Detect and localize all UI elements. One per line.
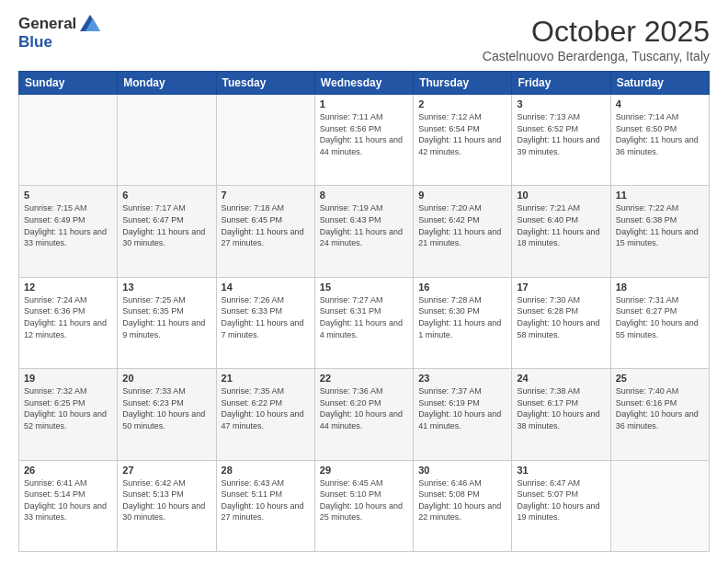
day-info: Sunrise: 6:45 AM Sunset: 5:10 PM Dayligh… <box>320 477 408 523</box>
day-number: 21 <box>222 373 310 384</box>
header: General Blue October 2025 Castelnuovo Be… <box>18 15 710 63</box>
day-number: 27 <box>122 465 210 476</box>
col-wednesday: Wednesday <box>314 72 413 95</box>
day-number: 17 <box>517 282 605 293</box>
day-info: Sunrise: 7:13 AM Sunset: 6:52 PM Dayligh… <box>517 111 605 157</box>
day-info: Sunrise: 7:18 AM Sunset: 6:45 PM Dayligh… <box>222 202 310 248</box>
table-cell <box>118 95 216 186</box>
day-info: Sunrise: 7:21 AM Sunset: 6:40 PM Dayligh… <box>517 202 605 248</box>
day-number: 19 <box>24 373 112 384</box>
day-info: Sunrise: 7:33 AM Sunset: 6:23 PM Dayligh… <box>122 385 210 431</box>
day-info: Sunrise: 7:32 AM Sunset: 6:25 PM Dayligh… <box>24 385 112 431</box>
col-monday: Monday <box>118 72 216 95</box>
table-cell: 17Sunrise: 7:30 AM Sunset: 6:28 PM Dayli… <box>512 277 610 368</box>
day-number: 29 <box>320 465 408 476</box>
day-info: Sunrise: 6:47 AM Sunset: 5:07 PM Dayligh… <box>517 477 605 523</box>
table-cell: 15Sunrise: 7:27 AM Sunset: 6:31 PM Dayli… <box>314 277 413 368</box>
day-number: 24 <box>517 373 605 384</box>
table-cell: 25Sunrise: 7:40 AM Sunset: 6:16 PM Dayli… <box>610 369 709 460</box>
day-info: Sunrise: 7:17 AM Sunset: 6:47 PM Dayligh… <box>122 202 210 248</box>
day-info: Sunrise: 7:22 AM Sunset: 6:38 PM Dayligh… <box>616 202 704 248</box>
table-cell: 4Sunrise: 7:14 AM Sunset: 6:50 PM Daylig… <box>610 95 709 186</box>
day-info: Sunrise: 7:24 AM Sunset: 6:36 PM Dayligh… <box>24 294 112 340</box>
table-cell: 21Sunrise: 7:35 AM Sunset: 6:22 PM Dayli… <box>216 369 314 460</box>
day-info: Sunrise: 7:11 AM Sunset: 6:56 PM Dayligh… <box>320 111 408 157</box>
week-row-1: 1Sunrise: 7:11 AM Sunset: 6:56 PM Daylig… <box>19 95 710 186</box>
col-sunday: Sunday <box>19 72 118 95</box>
day-number: 30 <box>418 465 506 476</box>
table-cell: 28Sunrise: 6:43 AM Sunset: 5:11 PM Dayli… <box>216 460 314 551</box>
week-row-3: 12Sunrise: 7:24 AM Sunset: 6:36 PM Dayli… <box>19 277 710 368</box>
table-cell: 29Sunrise: 6:45 AM Sunset: 5:10 PM Dayli… <box>314 460 413 551</box>
calendar-table: Sunday Monday Tuesday Wednesday Thursday… <box>18 71 710 552</box>
table-cell: 10Sunrise: 7:21 AM Sunset: 6:40 PM Dayli… <box>512 186 610 277</box>
table-cell: 22Sunrise: 7:36 AM Sunset: 6:20 PM Dayli… <box>314 369 413 460</box>
day-info: Sunrise: 7:20 AM Sunset: 6:42 PM Dayligh… <box>418 202 506 248</box>
table-cell: 20Sunrise: 7:33 AM Sunset: 6:23 PM Dayli… <box>118 369 216 460</box>
table-cell: 2Sunrise: 7:12 AM Sunset: 6:54 PM Daylig… <box>414 95 512 186</box>
day-number: 5 <box>24 190 112 201</box>
table-cell: 19Sunrise: 7:32 AM Sunset: 6:25 PM Dayli… <box>19 369 118 460</box>
table-cell: 1Sunrise: 7:11 AM Sunset: 6:56 PM Daylig… <box>314 95 413 186</box>
day-number: 26 <box>24 465 112 476</box>
table-cell: 30Sunrise: 6:46 AM Sunset: 5:08 PM Dayli… <box>414 460 512 551</box>
day-info: Sunrise: 7:31 AM Sunset: 6:27 PM Dayligh… <box>616 294 704 340</box>
day-number: 3 <box>517 98 605 109</box>
day-info: Sunrise: 7:19 AM Sunset: 6:43 PM Dayligh… <box>320 202 408 248</box>
day-number: 2 <box>418 98 506 109</box>
table-cell: 11Sunrise: 7:22 AM Sunset: 6:38 PM Dayli… <box>610 186 709 277</box>
table-cell: 5Sunrise: 7:15 AM Sunset: 6:49 PM Daylig… <box>19 186 118 277</box>
day-info: Sunrise: 7:30 AM Sunset: 6:28 PM Dayligh… <box>517 294 605 340</box>
table-cell: 27Sunrise: 6:42 AM Sunset: 5:13 PM Dayli… <box>118 460 216 551</box>
logo: General Blue <box>18 15 100 52</box>
day-info: Sunrise: 7:35 AM Sunset: 6:22 PM Dayligh… <box>222 385 310 431</box>
table-cell: 13Sunrise: 7:25 AM Sunset: 6:35 PM Dayli… <box>118 277 216 368</box>
table-cell: 3Sunrise: 7:13 AM Sunset: 6:52 PM Daylig… <box>512 95 610 186</box>
day-number: 14 <box>222 282 310 293</box>
day-number: 8 <box>320 190 408 201</box>
day-info: Sunrise: 7:12 AM Sunset: 6:54 PM Dayligh… <box>418 111 506 157</box>
day-number: 12 <box>24 282 112 293</box>
title-section: October 2025 Castelnuovo Berardenga, Tus… <box>483 15 710 63</box>
day-number: 25 <box>616 373 704 384</box>
day-number: 1 <box>320 98 408 109</box>
table-cell: 18Sunrise: 7:31 AM Sunset: 6:27 PM Dayli… <box>610 277 709 368</box>
table-cell: 6Sunrise: 7:17 AM Sunset: 6:47 PM Daylig… <box>118 186 216 277</box>
day-number: 6 <box>122 190 210 201</box>
page: General Blue October 2025 Castelnuovo Be… <box>0 0 728 563</box>
day-number: 4 <box>616 98 704 109</box>
day-info: Sunrise: 6:46 AM Sunset: 5:08 PM Dayligh… <box>418 477 506 523</box>
day-number: 10 <box>517 190 605 201</box>
day-number: 9 <box>418 190 506 201</box>
table-cell <box>610 460 709 551</box>
col-saturday: Saturday <box>610 72 709 95</box>
day-info: Sunrise: 7:37 AM Sunset: 6:19 PM Dayligh… <box>418 385 506 431</box>
col-tuesday: Tuesday <box>216 72 314 95</box>
day-number: 31 <box>517 465 605 476</box>
table-cell <box>19 95 118 186</box>
day-info: Sunrise: 7:14 AM Sunset: 6:50 PM Dayligh… <box>616 111 704 157</box>
day-info: Sunrise: 7:40 AM Sunset: 6:16 PM Dayligh… <box>616 385 704 431</box>
day-number: 18 <box>616 282 704 293</box>
table-cell: 31Sunrise: 6:47 AM Sunset: 5:07 PM Dayli… <box>512 460 610 551</box>
day-number: 28 <box>222 465 310 476</box>
table-cell <box>216 95 314 186</box>
week-row-5: 26Sunrise: 6:41 AM Sunset: 5:14 PM Dayli… <box>19 460 710 551</box>
day-number: 20 <box>122 373 210 384</box>
logo-text-general: General <box>18 15 76 33</box>
table-cell: 23Sunrise: 7:37 AM Sunset: 6:19 PM Dayli… <box>414 369 512 460</box>
day-number: 16 <box>418 282 506 293</box>
table-cell: 24Sunrise: 7:38 AM Sunset: 6:17 PM Dayli… <box>512 369 610 460</box>
day-info: Sunrise: 7:38 AM Sunset: 6:17 PM Dayligh… <box>517 385 605 431</box>
day-info: Sunrise: 7:26 AM Sunset: 6:33 PM Dayligh… <box>222 294 310 340</box>
table-cell: 14Sunrise: 7:26 AM Sunset: 6:33 PM Dayli… <box>216 277 314 368</box>
day-info: Sunrise: 7:15 AM Sunset: 6:49 PM Dayligh… <box>24 202 112 248</box>
table-cell: 16Sunrise: 7:28 AM Sunset: 6:30 PM Dayli… <box>414 277 512 368</box>
day-number: 7 <box>222 190 310 201</box>
table-cell: 8Sunrise: 7:19 AM Sunset: 6:43 PM Daylig… <box>314 186 413 277</box>
day-info: Sunrise: 6:43 AM Sunset: 5:11 PM Dayligh… <box>222 477 310 523</box>
logo-text-blue: Blue <box>18 33 52 51</box>
day-info: Sunrise: 6:42 AM Sunset: 5:13 PM Dayligh… <box>122 477 210 523</box>
subtitle: Castelnuovo Berardenga, Tuscany, Italy <box>483 49 710 63</box>
week-row-2: 5Sunrise: 7:15 AM Sunset: 6:49 PM Daylig… <box>19 186 710 277</box>
